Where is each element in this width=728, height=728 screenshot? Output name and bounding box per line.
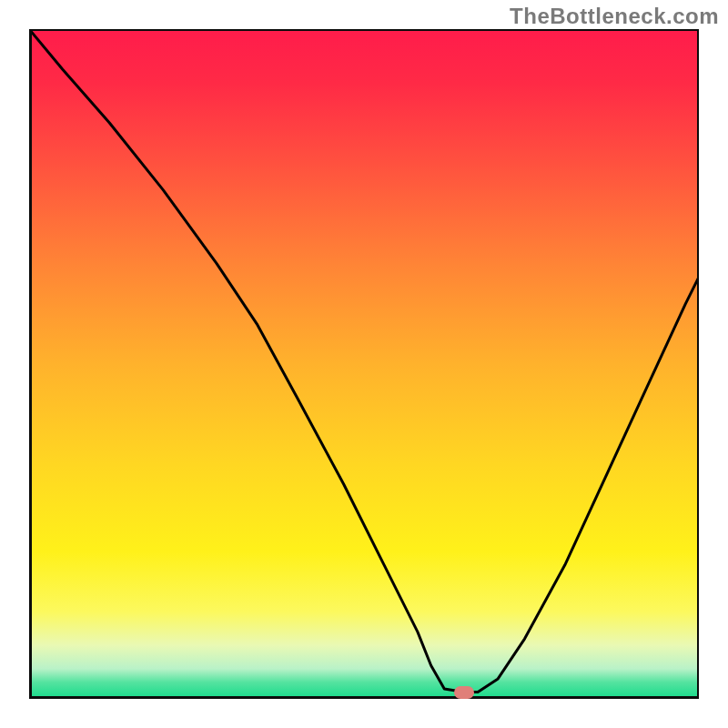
- chart-container: TheBottleneck.com: [0, 0, 728, 728]
- watermark-text: TheBottleneck.com: [510, 4, 719, 29]
- bottleneck-chart: [29, 29, 699, 699]
- optimal-point-marker: [454, 686, 474, 699]
- chart-background: [29, 29, 699, 699]
